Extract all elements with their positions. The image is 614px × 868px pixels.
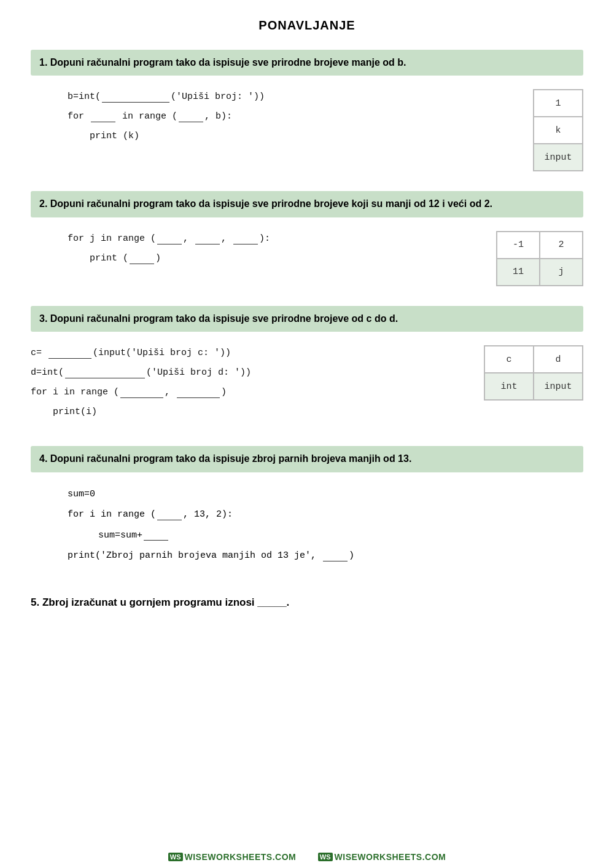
footer-left-logo: WS WISEWORKSHEETS.COM [168, 852, 296, 862]
q2-blank-2[interactable] [195, 233, 220, 244]
q1-blank-3[interactable] [179, 111, 203, 122]
q1-header: 1. Dopuni računalni program tako da ispi… [31, 50, 583, 76]
q2-cell-4: j [540, 259, 583, 286]
q3-line-1: c= (input('Upiši broj c: ')) [31, 344, 472, 362]
footer-right-logo: WS WISEWORKSHEETS.COM [318, 852, 446, 862]
q2-blank-4[interactable] [130, 253, 154, 264]
question-1: 1. Dopuni računalni program tako da ispi… [31, 50, 583, 171]
q4-header: 4. Dopuni računalni program tako da ispi… [31, 446, 583, 472]
q2-cell-2: 2 [540, 232, 583, 259]
q3-answer-grid: c d int input [484, 340, 583, 401]
q3-blank-2[interactable] [65, 367, 145, 378]
q1-line-1: b=int(('Upiši broj: ')) [68, 88, 521, 106]
q3-blank-1[interactable] [49, 348, 91, 359]
q2-cell-1: -1 [497, 232, 540, 259]
page-title: PONAVLJANJE [31, 18, 583, 33]
q1-cell-2: k [534, 117, 583, 144]
q1-line-3: print (k) [68, 127, 521, 146]
question-3: 3. Dopuni računalni program tako da ispi… [31, 306, 583, 426]
q3-line-3: for i in range (, ) [31, 383, 472, 402]
q2-line-1: for j in range (, , ): [68, 230, 484, 248]
question-5: 5. Zbroj izračunat u gornjem programu iz… [31, 590, 583, 609]
question-2: 2. Dopuni računalni program tako da ispi… [31, 191, 583, 286]
footer-separator [306, 853, 308, 862]
footer-left-text: WISEWORKSHEETS.COM [185, 852, 297, 862]
q3-blank-4[interactable] [177, 387, 220, 398]
q4-line-2: for i in range (, 13, 2): [68, 505, 583, 525]
q1-blank-1[interactable] [102, 92, 169, 103]
q1-cell-1: 1 [534, 90, 583, 117]
q3-line-2: d=int(('Upiši broj d: ')) [31, 364, 472, 382]
footer-right-icon: WS [318, 853, 333, 861]
q2-code-block: for j in range (, , ): print () [31, 226, 484, 273]
q4-line-3: sum=sum+ [98, 526, 583, 545]
q3-header: 3. Dopuni računalni program tako da ispi… [31, 306, 583, 332]
q3-code-block: c= (input('Upiši broj c: ')) d=int(('Upi… [31, 340, 472, 426]
q4-line-1: sum=0 [68, 485, 583, 504]
q3-cell-3: int [484, 373, 534, 400]
footer-left-icon: WS [168, 853, 183, 861]
q1-answer-grid: 1 k input [533, 84, 583, 171]
q4-blank-3[interactable] [323, 550, 348, 561]
q2-header: 2. Dopuni računalni program tako da ispi… [31, 191, 583, 217]
q1-blank-2[interactable] [91, 111, 115, 122]
q4-blank-2[interactable] [144, 530, 168, 541]
q2-blank-1[interactable] [157, 233, 182, 244]
question-4: 4. Dopuni računalni program tako da ispi… [31, 446, 583, 570]
q4-code-block: sum=0 for i in range (, 13, 2): sum=sum+… [31, 481, 583, 571]
q3-cell-1: c [484, 346, 534, 373]
q2-line-2: print () [68, 249, 484, 268]
q1-code-block: b=int(('Upiši broj: ')) for in range (, … [31, 84, 521, 151]
q5-text: 5. Zbroj izračunat u gornjem programu iz… [31, 590, 583, 609]
q4-line-4: print('Zbroj parnih brojeva manjih od 13… [68, 546, 583, 566]
footer: WS WISEWORKSHEETS.COM WS WISEWORKSHEETS.… [0, 852, 614, 862]
q4-blank-1[interactable] [157, 509, 182, 520]
footer-right-text: WISEWORKSHEETS.COM [335, 852, 446, 862]
q2-blank-3[interactable] [233, 233, 258, 244]
q3-blank-3[interactable] [120, 387, 163, 398]
q3-line-4: print(i) [31, 403, 472, 421]
q2-answer-grid: -1 2 11 j [496, 226, 583, 286]
q3-cell-2: d [534, 346, 583, 373]
q2-cell-3: 11 [497, 259, 540, 286]
q1-cell-3: input [534, 144, 583, 171]
q3-cell-4: input [534, 373, 583, 400]
q1-line-2: for in range (, b): [68, 108, 521, 126]
